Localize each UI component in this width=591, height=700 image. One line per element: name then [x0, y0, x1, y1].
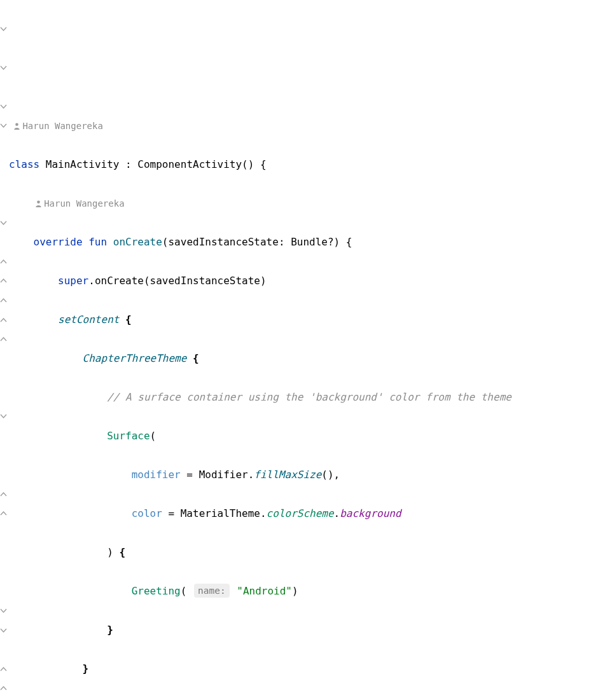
code-line: // A surface container using the 'backgr…: [9, 388, 591, 408]
svg-point-0: [16, 123, 19, 126]
code-editor[interactable]: Harun Wangereka class MainActivity : Com…: [0, 0, 591, 700]
param-hint: name:: [194, 584, 230, 598]
fold-handle[interactable]: [0, 64, 7, 71]
code-line: class MainActivity : ComponentActivity()…: [9, 155, 591, 175]
code-line: Surface(: [9, 427, 591, 446]
author-icon: [14, 116, 20, 135]
fold-handle[interactable]: [0, 25, 7, 32]
code-line: setContent {: [9, 310, 591, 330]
code-line: modifier = Modifier.fillMaxSize(),: [9, 465, 591, 485]
svg-point-1: [37, 200, 40, 203]
code-line: color = MaterialTheme.colorScheme.backgr…: [9, 504, 591, 524]
code-content[interactable]: Harun Wangereka class MainActivity : Com…: [1, 97, 591, 701]
code-line: override fun onCreate(savedInstanceState…: [9, 233, 591, 252]
author-icon: [36, 193, 41, 213]
code-line: super.onCreate(savedInstanceState): [9, 271, 591, 291]
author-annotation: Harun Wangereka: [9, 116, 591, 136]
code-line: ) {: [9, 543, 591, 563]
author-annotation: Harun Wangereka: [9, 194, 591, 214]
code-line: }: [9, 659, 591, 679]
code-line: ChapterThreeTheme {: [9, 349, 591, 369]
code-line: Greeting( name: "Android"): [9, 582, 591, 601]
code-line: }: [9, 621, 591, 640]
